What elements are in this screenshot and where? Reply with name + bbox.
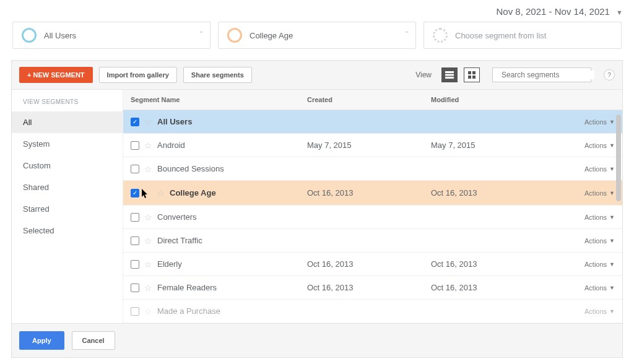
segment-name: Converters — [157, 212, 197, 222]
chip-label: All Users — [44, 31, 76, 40]
row-checkbox[interactable] — [131, 260, 139, 269]
svg-rect-6 — [472, 76, 476, 79]
segment-name: Bounced Sessions — [157, 164, 224, 173]
table-row[interactable]: ☆Bounced SessionsActions ▼ — [123, 157, 622, 181]
view-list-button[interactable] — [441, 67, 458, 82]
row-checkbox[interactable] — [131, 213, 139, 222]
table-row[interactable]: ✓☆All UsersActions ▼ — [123, 110, 622, 134]
col-header-created[interactable]: Created — [300, 90, 423, 110]
apply-button[interactable]: Apply — [19, 331, 64, 350]
col-header-modified[interactable]: Modified — [423, 90, 544, 110]
table-row[interactable]: ☆ConvertersActions ▼ — [123, 206, 622, 229]
cell-modified — [423, 163, 544, 175]
new-segment-button[interactable]: + NEW SEGMENT — [19, 67, 93, 83]
chevron-down-icon: ▼ — [609, 119, 615, 125]
actions-label: Actions — [584, 189, 607, 197]
segment-chips: All Users ⌄ College Age ⌄ Choose segment… — [0, 22, 634, 60]
row-checkbox[interactable] — [131, 307, 139, 316]
star-icon[interactable]: ☆ — [144, 259, 152, 269]
segment-name: Android — [157, 141, 185, 150]
list-icon — [445, 71, 454, 79]
segments-panel: + NEW SEGMENT Import from gallery Share … — [11, 60, 623, 358]
cell-created: May 7, 2015 — [300, 134, 423, 156]
view-grid-button[interactable] — [464, 67, 480, 82]
segment-name: Direct Traffic — [157, 236, 202, 245]
sidebar-item-system[interactable]: System — [12, 133, 123, 155]
table-row[interactable]: ☆Made a PurchaseActions ▼ — [123, 300, 622, 323]
table-header: Segment Name Created Modified — [123, 90, 622, 110]
star-icon[interactable]: ☆ — [144, 283, 152, 293]
actions-label: Actions — [584, 308, 607, 315]
actions-menu[interactable]: Actions ▼ — [584, 142, 615, 149]
segment-name: All Users — [157, 117, 192, 126]
actions-menu[interactable]: Actions ▼ — [584, 284, 615, 292]
actions-menu[interactable]: Actions ▼ — [584, 261, 615, 268]
table-row[interactable]: ☆ElderlyOct 16, 2013Oct 16, 2013Actions … — [123, 253, 622, 276]
cell-modified: May 7, 2015 — [423, 134, 544, 156]
sidebar-item-selected[interactable]: Selected — [12, 220, 123, 241]
actions-menu[interactable]: Actions ▼ — [584, 214, 615, 221]
cell-created — [300, 211, 423, 223]
circle-icon — [227, 28, 242, 43]
col-header-actions — [544, 90, 622, 110]
star-icon[interactable]: ☆ — [144, 164, 152, 174]
chevron-down-icon: ▼ — [609, 238, 615, 244]
cursor-icon — [144, 187, 152, 199]
grid-icon — [468, 71, 476, 79]
row-checkbox[interactable] — [131, 236, 139, 245]
row-checkbox[interactable] — [131, 284, 139, 292]
actions-menu[interactable]: Actions ▼ — [584, 189, 615, 197]
actions-menu[interactable]: Actions ▼ — [584, 118, 615, 126]
date-range-picker[interactable]: Nov 8, 2021 - Nov 14, 2021 ▼ — [0, 0, 634, 22]
sidebar-item-custom[interactable]: Custom — [12, 155, 123, 176]
row-checkbox[interactable]: ✓ — [131, 118, 139, 126]
row-checkbox[interactable]: ✓ — [131, 189, 139, 197]
chevron-down-icon: ▼ — [609, 214, 615, 220]
cancel-button[interactable]: Cancel — [72, 331, 115, 350]
scrollbar[interactable] — [616, 115, 621, 201]
chevron-down-icon: ▼ — [609, 308, 615, 314]
table-row[interactable]: ☆AndroidMay 7, 2015May 7, 2015Actions ▼ — [123, 134, 622, 157]
row-checkbox[interactable] — [131, 165, 139, 173]
star-icon[interactable]: ☆ — [157, 188, 165, 198]
star-icon[interactable]: ☆ — [144, 212, 152, 222]
table-row[interactable]: ✓☆College AgeOct 16, 2013Oct 16, 2013Act… — [123, 181, 622, 206]
actions-menu[interactable]: Actions ▼ — [584, 237, 615, 245]
chevron-down-icon: ▼ — [609, 142, 615, 149]
sidebar-item-all[interactable]: All — [12, 111, 123, 133]
segment-name: College Age — [170, 188, 216, 197]
share-segments-button[interactable]: Share segments — [183, 67, 252, 83]
chevron-down-icon: ⌄ — [199, 27, 204, 34]
col-header-name[interactable]: Segment Name — [123, 90, 300, 110]
cell-modified — [423, 305, 544, 318]
table-row[interactable]: ☆Female ReadersOct 16, 2013Oct 16, 2013A… — [123, 276, 622, 300]
cell-created — [300, 235, 423, 247]
segments-table: Segment Name Created Modified ✓☆All User… — [123, 90, 622, 323]
actions-label: Actions — [584, 165, 607, 173]
help-icon[interactable]: ? — [604, 69, 615, 80]
actions-menu[interactable]: Actions ▼ — [584, 308, 615, 315]
star-icon[interactable]: ☆ — [144, 117, 152, 127]
segment-chip-college-age[interactable]: College Age ⌄ — [218, 22, 416, 49]
chevron-down-icon: ▼ — [609, 261, 615, 267]
segment-chip-all-users[interactable]: All Users ⌄ — [12, 22, 211, 49]
star-icon[interactable]: ☆ — [144, 141, 152, 150]
actions-menu[interactable]: Actions ▼ — [584, 165, 615, 173]
segment-chip-add[interactable]: Choose segment from list — [423, 22, 622, 49]
sidebar: VIEW SEGMENTS AllSystemCustomSharedStarr… — [12, 90, 123, 323]
footer: Apply Cancel — [12, 323, 622, 357]
star-icon[interactable]: ☆ — [144, 306, 152, 316]
import-gallery-button[interactable]: Import from gallery — [99, 67, 177, 83]
actions-label: Actions — [584, 142, 607, 149]
row-checkbox[interactable] — [131, 141, 139, 150]
search-segments[interactable] — [492, 67, 591, 82]
actions-label: Actions — [584, 118, 607, 126]
cell-created — [300, 163, 423, 175]
sidebar-item-shared[interactable]: Shared — [12, 176, 123, 198]
sidebar-item-starred[interactable]: Starred — [12, 198, 123, 220]
star-icon[interactable]: ☆ — [144, 236, 152, 246]
toolbar: + NEW SEGMENT Import from gallery Share … — [12, 61, 622, 89]
cell-modified: Oct 16, 2013 — [423, 253, 544, 275]
search-input[interactable] — [502, 71, 594, 79]
table-row[interactable]: ☆Direct TrafficActions ▼ — [123, 229, 622, 253]
